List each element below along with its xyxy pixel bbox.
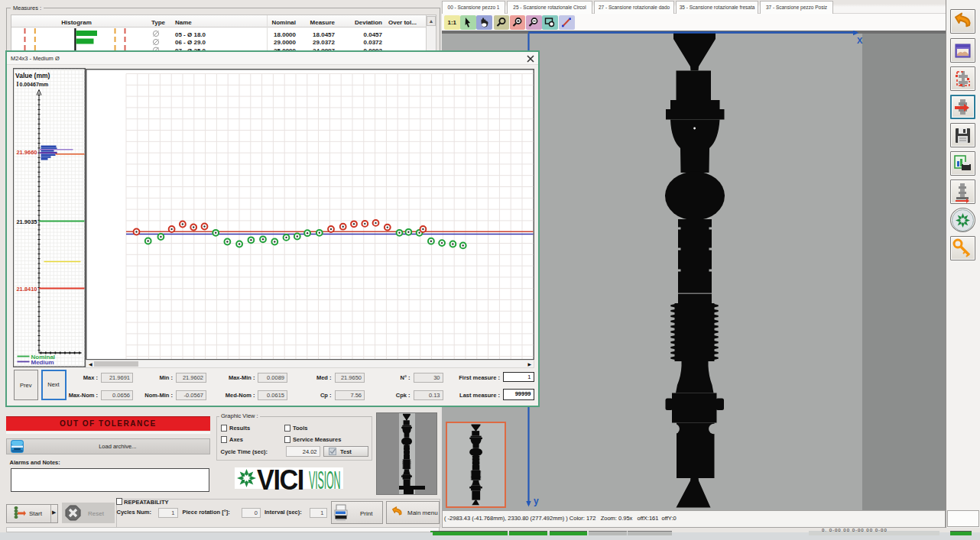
svg-text:0.00467mm: 0.00467mm	[19, 81, 48, 86]
svg-text:X: X	[857, 36, 863, 45]
svg-text:y: y	[534, 496, 539, 506]
svg-text:21.8410: 21.8410	[16, 285, 37, 292]
svg-text:Value (mm): Value (mm)	[15, 71, 50, 79]
svg-text:I: I	[16, 80, 18, 87]
svg-text:21.9660: 21.9660	[16, 148, 37, 155]
svg-text:Medium: Medium	[31, 359, 54, 366]
svg-text:21.9035: 21.9035	[16, 218, 37, 225]
